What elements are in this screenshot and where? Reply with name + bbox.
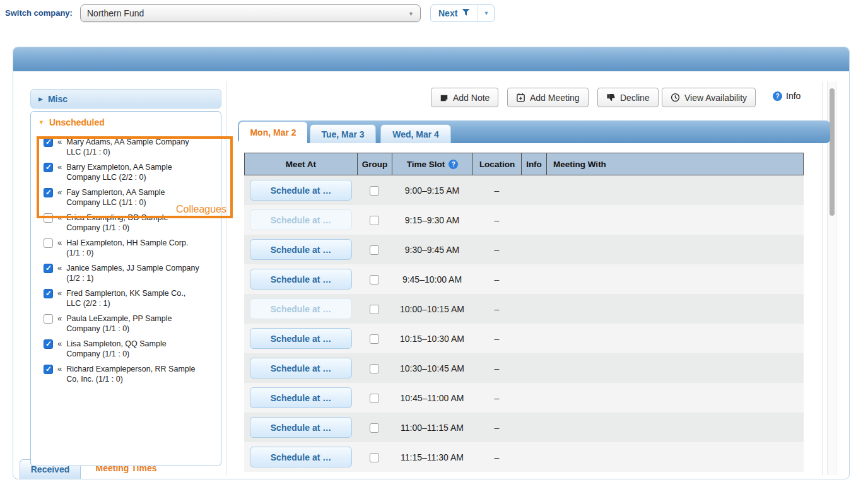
attendee-label[interactable]: Fay Samplerton, AA Sample Company LLC (1…	[66, 187, 200, 208]
decline-button[interactable]: Decline	[597, 88, 659, 107]
attendee-list-item: « Paula LeExample, PP Sample Company (1/…	[44, 314, 217, 334]
attendee-label[interactable]: Janice Samples, JJ Sample Company (1/2 :…	[66, 263, 200, 283]
schedule-at-button[interactable]: Schedule at …	[250, 417, 352, 438]
guillemet-icon: «	[57, 364, 62, 374]
company-select-value: Northern Fund	[87, 8, 144, 18]
info-label: Info	[786, 91, 801, 101]
time-slot-value: 9:45–10:00 AM	[392, 274, 472, 285]
select-arrow-icon: ▼	[408, 11, 414, 17]
add-note-label: Add Note	[453, 93, 490, 103]
switch-company-label: Switch company:	[5, 8, 73, 18]
guillemet-icon: «	[57, 162, 62, 172]
help-icon: ?	[773, 91, 782, 101]
company-select[interactable]: Northern Fund ▼	[80, 4, 421, 22]
next-button[interactable]: Next	[431, 5, 478, 21]
filter-icon	[462, 8, 470, 19]
group-checkbox[interactable]	[370, 364, 379, 373]
schedule-at-button[interactable]: Schedule at …	[250, 447, 352, 467]
schedule-at-button[interactable]: Schedule at …	[250, 358, 352, 378]
attendee-checkbox[interactable]	[44, 289, 53, 298]
time-slot-value: 9:30–9:45 AM	[392, 245, 472, 255]
next-split-button: Next ▼	[430, 4, 495, 22]
location-value: –	[472, 304, 521, 314]
attendee-list-item: « Mary Adams, AA Sample Company LLC (1/1…	[44, 137, 217, 157]
attendee-list-item: « Erica Exampling, DD Sample Company (1/…	[44, 213, 217, 233]
day-tabstrip: Mon, Mar 2 Tue, Mar 3 Wed, Mar 4	[238, 120, 830, 143]
chevron-down-icon: ▼	[483, 10, 489, 16]
scrollbar-thumb[interactable]	[830, 88, 835, 216]
calendar-plus-icon	[516, 93, 525, 102]
attendee-label[interactable]: Richard Exampleperson, RR Sample Co, Inc…	[66, 364, 200, 384]
location-value: –	[472, 245, 521, 255]
location-value: –	[472, 215, 521, 225]
group-checkbox[interactable]	[370, 216, 379, 225]
time-slot-value: 11:00–11:15 AM	[392, 423, 472, 433]
time-slot-value: 11:15–11:30 AM	[392, 452, 472, 462]
schedule-at-button[interactable]: Schedule at …	[250, 239, 352, 260]
attendee-label[interactable]: Hal Exampleton, HH Sample Corp. (1/1 : 0…	[66, 238, 200, 258]
table-row: Schedule at … 9:15–9:30 AM –	[244, 205, 804, 235]
day-tab-tue[interactable]: Tue, Mar 3	[310, 124, 376, 143]
time-slot-help-icon[interactable]: ?	[449, 160, 458, 169]
thumbs-down-icon	[606, 93, 616, 102]
add-meeting-button[interactable]: Add Meeting	[507, 88, 589, 107]
time-slot-value: 10:15–10:30 AM	[392, 334, 472, 344]
attendee-checkbox[interactable]	[44, 264, 53, 273]
attendee-checkbox[interactable]	[44, 339, 53, 349]
sidebar-section-unscheduled: ▼ Unscheduled « Mary Adams, AA Sample Co…	[30, 111, 221, 466]
attendee-label[interactable]: Mary Adams, AA Sample Company LLC (1/1 :…	[66, 137, 200, 157]
attendee-checkbox[interactable]	[44, 365, 53, 374]
next-dropdown-button[interactable]: ▼	[478, 5, 494, 21]
group-checkbox[interactable]	[370, 394, 379, 403]
attendee-label[interactable]: Paula LeExample, PP Sample Company (1/1 …	[66, 314, 200, 334]
group-checkbox[interactable]	[370, 245, 379, 255]
attendee-checkbox[interactable]	[44, 138, 53, 147]
group-checkbox[interactable]	[370, 453, 379, 462]
attendee-list-item: « Richard Exampleperson, RR Sample Co, I…	[44, 364, 217, 384]
clock-icon	[671, 93, 680, 102]
location-value: –	[472, 334, 521, 344]
group-checkbox[interactable]	[370, 186, 379, 196]
group-checkbox[interactable]	[370, 275, 379, 285]
day-tab-mon[interactable]: Mon, Mar 2	[239, 122, 307, 143]
info-link[interactable]: ? Info	[773, 91, 801, 101]
col-header-info: Info	[522, 153, 547, 175]
schedule-at-button: Schedule at …	[250, 298, 352, 319]
triangle-down-icon: ▼	[38, 119, 44, 126]
location-value: –	[472, 452, 521, 462]
guillemet-icon: «	[57, 137, 62, 147]
attendee-checkbox[interactable]	[44, 314, 53, 324]
table-row: Schedule at … 11:15–11:30 AM –	[244, 442, 804, 472]
attendee-label[interactable]: Erica Exampling, DD Sample Company (1/1 …	[66, 213, 200, 233]
add-note-button[interactable]: Add Note	[431, 88, 498, 107]
location-value: –	[472, 363, 521, 373]
schedule-at-button[interactable]: Schedule at …	[250, 180, 352, 201]
schedule-at-button[interactable]: Schedule at …	[250, 387, 352, 408]
attendee-checkbox[interactable]	[44, 238, 53, 248]
attendee-label[interactable]: Fred Samplerton, KK Sample Co., LLC (2/2…	[66, 288, 200, 308]
group-checkbox[interactable]	[370, 305, 379, 314]
schedule-at-button[interactable]: Schedule at …	[250, 269, 352, 290]
main-tabstrip	[13, 47, 849, 71]
attendee-checkbox[interactable]	[44, 163, 53, 172]
attendee-label[interactable]: Barry Exampleton, AA Sample Company LLC …	[66, 162, 200, 182]
unscheduled-header[interactable]: ▼ Unscheduled	[31, 112, 221, 131]
time-slot-value: 9:15–9:30 AM	[392, 215, 472, 225]
guillemet-icon: «	[57, 213, 62, 223]
attendee-checkbox[interactable]	[44, 213, 53, 223]
attendee-label[interactable]: Lisa Sampleton, QQ Sample Company (1/1 :…	[66, 339, 200, 359]
guillemet-icon: «	[57, 238, 62, 248]
day-tab-wed[interactable]: Wed, Mar 4	[380, 124, 451, 143]
view-availability-button[interactable]: View Availability	[662, 88, 756, 107]
location-value: –	[472, 274, 521, 285]
pane-divider-left	[226, 81, 227, 475]
schedule-at-button[interactable]: Schedule at …	[250, 328, 352, 349]
group-checkbox[interactable]	[370, 334, 379, 344]
time-slot-value: 10:00–10:15 AM	[392, 304, 472, 314]
attendee-list-item: « Hal Exampleton, HH Sample Corp. (1/1 :…	[44, 238, 217, 258]
group-checkbox[interactable]	[370, 423, 379, 433]
attendee-checkbox[interactable]	[44, 188, 53, 197]
guillemet-icon: «	[57, 339, 62, 349]
add-meeting-label: Add Meeting	[530, 93, 580, 103]
attendee-list-item: « Barry Exampleton, AA Sample Company LL…	[44, 162, 217, 182]
